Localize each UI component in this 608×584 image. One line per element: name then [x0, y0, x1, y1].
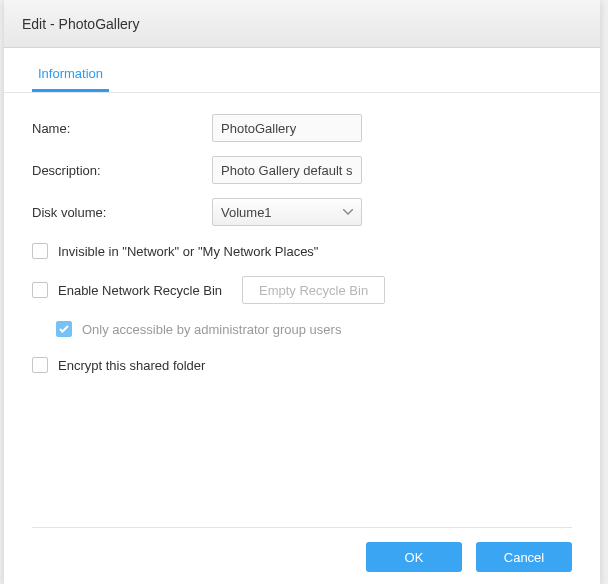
- form-content: Name: Description: Disk volume: Volume1 …: [4, 93, 600, 399]
- tab-label: Information: [38, 66, 103, 81]
- chevron-down-icon: [341, 205, 355, 219]
- empty-recycle-button[interactable]: Empty Recycle Bin: [242, 276, 385, 304]
- recycle-checkbox[interactable]: [32, 282, 48, 298]
- tab-bar: Information: [4, 52, 600, 93]
- invisible-label: Invisible in "Network" or "My Network Pl…: [58, 244, 318, 259]
- row-name: Name:: [32, 113, 572, 143]
- ok-button[interactable]: OK: [366, 542, 462, 572]
- footer-divider: [32, 527, 572, 528]
- invisible-checkbox[interactable]: [32, 243, 48, 259]
- description-label: Description:: [32, 163, 212, 178]
- empty-recycle-label: Empty Recycle Bin: [259, 283, 368, 298]
- encrypt-label: Encrypt this shared folder: [58, 358, 205, 373]
- row-disk-volume: Disk volume: Volume1: [32, 197, 572, 227]
- encrypt-checkbox[interactable]: [32, 357, 48, 373]
- dialog-titlebar: Edit - PhotoGallery: [4, 0, 600, 48]
- disk-volume-label: Disk volume:: [32, 205, 212, 220]
- row-encrypt: Encrypt this shared folder: [32, 353, 572, 377]
- disk-volume-value: Volume1: [221, 205, 272, 220]
- row-description: Description:: [32, 155, 572, 185]
- description-input[interactable]: [212, 156, 362, 184]
- dialog-footer: OK Cancel: [32, 527, 572, 572]
- footer-buttons: OK Cancel: [32, 542, 572, 572]
- dialog-title: Edit - PhotoGallery: [22, 16, 140, 32]
- cancel-label: Cancel: [504, 550, 544, 565]
- row-recycle: Enable Network Recycle Bin Empty Recycle…: [32, 275, 572, 305]
- ok-label: OK: [405, 550, 424, 565]
- row-invisible: Invisible in "Network" or "My Network Pl…: [32, 239, 572, 263]
- admin-only-checkbox[interactable]: [56, 321, 72, 337]
- disk-volume-select[interactable]: Volume1: [212, 198, 362, 226]
- admin-only-label: Only accessible by administrator group u…: [82, 322, 341, 337]
- name-input[interactable]: [212, 114, 362, 142]
- recycle-label: Enable Network Recycle Bin: [58, 283, 222, 298]
- tab-information[interactable]: Information: [32, 56, 109, 92]
- edit-share-dialog: Edit - PhotoGallery Information Name: De…: [4, 0, 600, 584]
- cancel-button[interactable]: Cancel: [476, 542, 572, 572]
- row-admin-only: Only accessible by administrator group u…: [56, 317, 572, 341]
- name-label: Name:: [32, 121, 212, 136]
